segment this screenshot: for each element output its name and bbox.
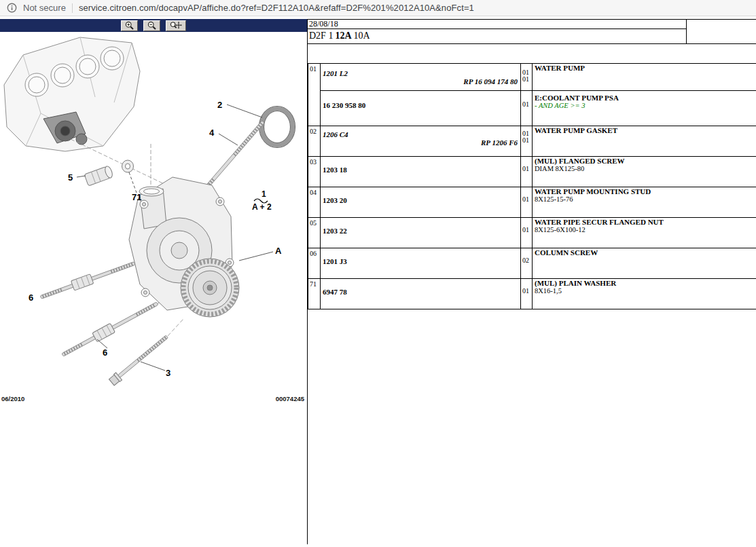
- table-row-02[interactable]: 02 1206 C4 RP 1206 F6 01 01 WATER PUMP G…: [308, 126, 756, 157]
- zoom-pan-icon: [170, 21, 182, 31]
- quantity: 01: [522, 196, 532, 203]
- quantity: 01: [522, 76, 532, 83]
- part-number-cell: 16 230 958 80: [321, 91, 520, 126]
- callout-5[interactable]: 5: [68, 172, 73, 183]
- table-row-05[interactable]: 05 1203 22 01 WATER PIPE SECUR FLANGED N…: [308, 218, 756, 248]
- replacement-part-number[interactable]: RP 1206 F6: [321, 138, 520, 147]
- zoom-out-icon: [147, 21, 157, 31]
- part-number-cell: 6947 78: [321, 279, 520, 309]
- row-ref: 06: [308, 248, 321, 278]
- quantity-cell: 01: [520, 279, 533, 309]
- pulley-art: [181, 259, 239, 317]
- callout-6a[interactable]: 6: [29, 293, 33, 303]
- replacement-part-number[interactable]: RP 16 094 174 80: [321, 77, 520, 86]
- quantity: 01: [522, 166, 532, 172]
- reference-header-main: 28/08/18 D2F 112A10A: [308, 20, 686, 43]
- quantity-cell: 01: [520, 157, 533, 187]
- quantity: 01: [522, 227, 532, 233]
- zoom-out-button[interactable]: [143, 20, 160, 31]
- security-label[interactable]: Not secure: [23, 3, 66, 13]
- quantity: 02: [522, 257, 532, 264]
- quantity: 01: [522, 288, 532, 295]
- callout-71[interactable]: 71: [132, 192, 141, 202]
- description-cell: WATER PUMP: [533, 64, 756, 90]
- reference-suffix: 10A: [354, 31, 370, 41]
- part-number-cell: 1203 18: [321, 157, 520, 187]
- part-number[interactable]: 6947 78: [321, 288, 520, 296]
- part-description: COLUMN SCREW: [535, 249, 756, 257]
- o-ring-part[interactable]: [259, 107, 295, 148]
- row-ref: 71: [308, 279, 321, 309]
- part-number[interactable]: 1203 22: [321, 227, 520, 235]
- callout-1[interactable]: 1: [262, 189, 266, 199]
- info-icon[interactable]: [7, 3, 17, 13]
- browser-address-bar[interactable]: Not secure service.citroen.com/docapvAP/…: [0, 0, 756, 16]
- part-number[interactable]: 1201 L2: [321, 69, 520, 77]
- part-spec: 8X16-1,5: [535, 287, 756, 295]
- engine-block-art: [4, 37, 140, 151]
- reference-bold: 12A: [335, 31, 351, 41]
- quantity: 01: [522, 137, 532, 144]
- part-spec: DIAM 8X125-80: [535, 165, 756, 172]
- row-ref: 05: [308, 218, 321, 248]
- address-separator: [72, 3, 73, 13]
- callout-3[interactable]: 3: [166, 368, 170, 378]
- table-row-04[interactable]: 04 1203 20 01 WATER PUMP MOUNTING STUD 8…: [308, 187, 756, 218]
- table-row-71[interactable]: 71 6947 78 01 (MUL) PLAIN WASHER 8X16-1,…: [308, 279, 756, 309]
- quantity-cell: 01 01: [520, 126, 533, 156]
- stud-6b-part[interactable]: [60, 299, 160, 360]
- callout-2[interactable]: 2: [217, 100, 222, 110]
- parts-diagram[interactable]: 2 4 5 71 1 A + 2 A 6 6 3: [0, 32, 307, 392]
- part-description: WATER PUMP GASKET: [535, 127, 756, 134]
- quantity-cell: 01: [520, 187, 533, 217]
- quantity-cell: 01: [520, 218, 533, 248]
- table-row-01[interactable]: 01 1201 L2 RP 16 094 174 80 01 01 WATER …: [308, 64, 756, 126]
- water-pump-part[interactable]: [129, 177, 239, 317]
- zoom-toolbar: [0, 19, 307, 32]
- description-cell: WATER PUMP GASKET: [533, 126, 756, 156]
- description-cell: (MUL) PLAIN WASHER 8X16-1,5: [533, 279, 756, 309]
- row-ref: 01: [308, 64, 321, 126]
- table-row-06[interactable]: 06 1201 J3 02 COLUMN SCREW: [308, 248, 756, 279]
- catalog-reference: D2F 112A10A: [308, 29, 686, 43]
- bushing-5-part[interactable]: [84, 166, 113, 186]
- part-number-cell: 1201 L2 RP 16 094 174 80: [321, 64, 520, 90]
- zoom-pan-button[interactable]: [166, 20, 186, 31]
- part-spec: 8X125-6X100-12: [535, 226, 756, 233]
- callout-4[interactable]: 4: [209, 128, 215, 138]
- callout-a-plus-2[interactable]: A + 2: [252, 202, 272, 212]
- description-cell: E:COOLANT PUMP PSA - AND AGE >= 3: [533, 91, 756, 126]
- part-number[interactable]: 1203 18: [321, 166, 520, 174]
- reference-header: 28/08/18 D2F 112A10A: [308, 19, 756, 44]
- part-number-cell: 1206 C4 RP 1206 F6: [321, 126, 520, 156]
- description-cell: WATER PUMP MOUNTING STUD 8X125-15-76: [533, 187, 756, 217]
- reference-prefix: D2F 1: [309, 31, 333, 41]
- part-number-cell: 1203 20: [321, 187, 520, 217]
- part-number-cell: 1201 J3: [321, 248, 520, 278]
- quantity: 01: [522, 101, 532, 108]
- table-row-03[interactable]: 03 1203 18 01 (MUL) FLANGED SCREW DIAM 8…: [308, 157, 756, 187]
- quantity-cell: 01: [520, 91, 533, 126]
- zoom-in-button[interactable]: [121, 20, 138, 31]
- row-ref: 04: [308, 187, 321, 217]
- callout-A[interactable]: A: [275, 246, 282, 256]
- plate-date: 06/2010: [1, 395, 24, 402]
- part-number-cell: 1203 22: [321, 218, 520, 248]
- description-cell: (MUL) FLANGED SCREW DIAM 8X125-80: [533, 157, 756, 187]
- washer-71-part[interactable]: [122, 160, 134, 172]
- callout-6b[interactable]: 6: [103, 347, 107, 358]
- stud-6a-part[interactable]: [39, 259, 136, 302]
- bolt-3-part[interactable]: [109, 333, 170, 385]
- quantity-cell: 01 01: [520, 64, 533, 90]
- part-description: (MUL) FLANGED SCREW: [535, 157, 756, 165]
- part-number[interactable]: 1201 J3: [321, 257, 520, 265]
- part-number[interactable]: 16 230 958 80: [321, 101, 520, 109]
- part-number[interactable]: 1206 C4: [321, 130, 520, 138]
- description-cell: WATER PIPE SECUR FLANGED NUT 8X125-6X100…: [533, 218, 756, 248]
- row-ref: 03: [308, 157, 321, 187]
- part-description: WATER PUMP MOUNTING STUD: [535, 188, 756, 195]
- part-description: WATER PIPE SECUR FLANGED NUT: [535, 219, 756, 226]
- url-text[interactable]: service.citroen.com/docapvAP/affiche.do?…: [79, 3, 474, 13]
- row-ref: 02: [308, 126, 321, 156]
- part-number[interactable]: 1203 20: [321, 196, 520, 204]
